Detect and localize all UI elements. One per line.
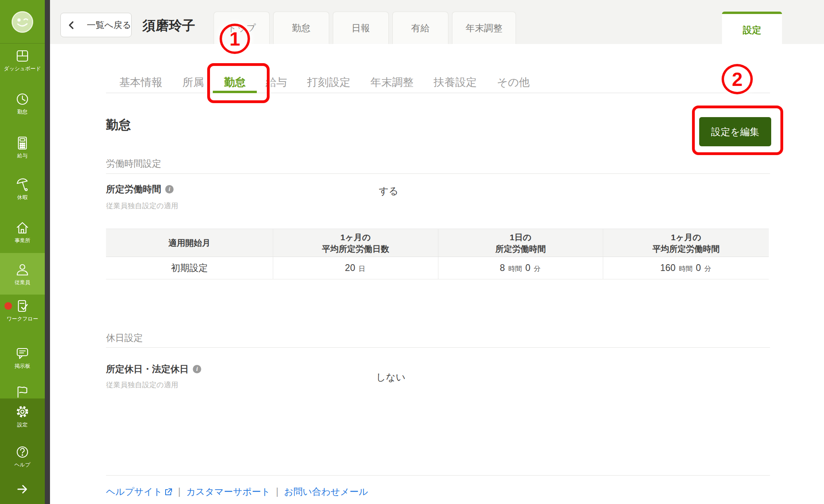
- customer-support-link[interactable]: カスタマーサポート: [186, 486, 270, 498]
- field-label-text: 所定休日・法定休日: [106, 363, 189, 375]
- footer-divider: [106, 475, 770, 476]
- subtab-basic-info[interactable]: 基本情報: [119, 74, 162, 93]
- cell-monthly-days: 20 日: [273, 257, 438, 279]
- field-value-apply: しない: [376, 371, 406, 384]
- col-header-monthly-hours: 1ヶ月の平均所定労働時間: [603, 229, 769, 257]
- tab-label: トップ: [228, 22, 256, 34]
- sidebar-item-label: 給与: [0, 152, 45, 159]
- sidebar-item-settings[interactable]: 設定: [0, 404, 45, 428]
- cell-daily-hours: 8 時間 0 分: [438, 257, 603, 279]
- back-button-label: 一覧へ戻る: [87, 19, 131, 31]
- sidebar-item-employees[interactable]: 従業員: [0, 253, 45, 295]
- field-sublabel: 従業員独自設定の適用: [106, 201, 178, 211]
- sidebar-divider: [0, 43, 45, 44]
- edit-settings-button[interactable]: 設定を編集: [699, 117, 771, 146]
- sidebar-item-label: ヘルプ: [0, 461, 45, 468]
- help-site-link[interactable]: ヘルプサイト: [106, 486, 172, 498]
- link-label: カスタマーサポート: [186, 486, 270, 498]
- work-time-table: 適用開始月 1ヶ月の平均所定労働日数 1日の所定労働時間 1ヶ月の平均所定労働時…: [106, 229, 769, 279]
- tab-year-end[interactable]: 年末調整: [452, 12, 516, 44]
- section-divider: [106, 347, 770, 348]
- sidebar-item-help[interactable]: ヘルプ: [0, 445, 45, 468]
- link-separator: |: [178, 486, 180, 497]
- sidebar-item-label: 休暇: [0, 194, 45, 201]
- subtab-attendance-active[interactable]: 勤怠: [213, 74, 257, 93]
- subtab-payroll[interactable]: 給与: [266, 74, 287, 93]
- sidebar-item-leave[interactable]: 休暇: [0, 177, 45, 201]
- calculator-icon: [15, 136, 30, 150]
- subtab-dependents[interactable]: 扶養設定: [434, 74, 477, 93]
- info-icon[interactable]: i: [165, 185, 174, 193]
- field-sublabel: 従業員独自設定の適用: [106, 380, 178, 390]
- field-label-text: 所定労働時間: [106, 183, 161, 195]
- footer-links: ヘルプサイト | カスタマーサポート | お問い合わせメール: [106, 486, 368, 498]
- employee-name: 須磨玲子: [142, 17, 195, 35]
- sidebar-bottom-panel: 設定 ヘルプ: [0, 398, 45, 504]
- page-title: 勤怠: [106, 117, 131, 133]
- contact-mail-link[interactable]: お問い合わせメール: [284, 486, 368, 498]
- sidebar: ダッシュボード 勤怠 給与 休暇 事業所: [0, 0, 45, 504]
- arrow-right-icon: [16, 482, 29, 496]
- tab-label: 年末調整: [466, 22, 502, 34]
- sidebar-item-flag[interactable]: [0, 384, 45, 399]
- clock-icon: [15, 92, 30, 106]
- sidebar-edge-strip: [45, 0, 50, 504]
- table-row: 初期設定 20 日 8 時間 0 分 160 時間 0 分: [106, 257, 769, 279]
- sidebar-item-dashboard[interactable]: ダッシュボード: [0, 49, 45, 72]
- help-icon: [15, 445, 30, 459]
- link-label: ヘルプサイト: [106, 486, 162, 498]
- tab-daily-report[interactable]: 日報: [333, 12, 389, 44]
- dashboard-icon: [15, 49, 30, 63]
- field-value-apply: する: [379, 185, 398, 197]
- sidebar-item-label: 従業員: [0, 279, 45, 286]
- house-icon: [15, 221, 30, 235]
- section-heading-work-time: 労働時間設定: [106, 157, 161, 170]
- sidebar-item-board[interactable]: 掲示板: [0, 346, 45, 369]
- tab-top[interactable]: トップ: [214, 12, 270, 44]
- back-to-list-button[interactable]: 一覧へ戻る: [60, 13, 132, 37]
- sidebar-item-label: 掲示板: [0, 363, 45, 369]
- sidebar-item-workflow[interactable]: ワークフロー: [0, 299, 45, 322]
- sidebar-item-label: 設定: [0, 421, 45, 428]
- sidebar-item-label: ダッシュボード: [0, 65, 45, 72]
- sidebar-item-attendance[interactable]: 勤怠: [0, 92, 45, 115]
- cell-start-month: 初期設定: [106, 257, 273, 279]
- sidebar-collapse-button[interactable]: [0, 482, 45, 496]
- sidebar-item-office[interactable]: 事業所: [0, 221, 45, 244]
- cell-monthly-hours: 160 時間 0 分: [603, 257, 769, 279]
- smiley-logo-icon: [11, 10, 34, 34]
- beach-umbrella-icon: [15, 177, 30, 192]
- tab-settings-active[interactable]: 設定: [722, 12, 782, 46]
- avatar[interactable]: [0, 10, 45, 34]
- flag-icon: [15, 384, 30, 399]
- section-divider: [106, 173, 770, 174]
- table-header-row: 適用開始月 1ヶ月の平均所定労働日数 1日の所定労働時間 1ヶ月の平均所定労働時…: [106, 229, 769, 257]
- subtab-bar: 基本情報 所属 勤怠 給与 打刻設定 年末調整 扶養設定 その他: [119, 74, 530, 93]
- field-label-prescribed-work-time: 所定労働時間 i: [106, 183, 174, 195]
- tab-label: 日報: [352, 22, 370, 34]
- sidebar-item-label: 勤怠: [0, 108, 45, 115]
- external-link-icon: [164, 488, 172, 496]
- subtab-year-end[interactable]: 年末調整: [370, 74, 414, 93]
- sidebar-item-payroll[interactable]: 給与: [0, 136, 45, 159]
- sidebar-item-label: 事業所: [0, 237, 45, 244]
- col-header-start-month: 適用開始月: [106, 229, 273, 257]
- col-header-daily-hours: 1日の所定労働時間: [438, 229, 603, 257]
- workflow-check-icon: [15, 299, 30, 313]
- tab-attendance[interactable]: 勤怠: [273, 12, 329, 44]
- section-heading-holiday: 休日設定: [106, 332, 143, 344]
- tab-label: 設定: [743, 24, 761, 36]
- gear-icon: [15, 404, 30, 419]
- subtab-others[interactable]: その他: [497, 74, 530, 93]
- sidebar-item-label: ワークフロー: [0, 315, 45, 322]
- field-label-holidays: 所定休日・法定休日 i: [106, 363, 201, 375]
- col-header-monthly-days: 1ヶ月の平均所定労働日数: [273, 229, 438, 257]
- subtab-affiliation[interactable]: 所属: [182, 74, 204, 93]
- tab-label: 有給: [411, 22, 430, 34]
- info-icon[interactable]: i: [193, 365, 201, 373]
- link-label: お問い合わせメール: [284, 486, 368, 498]
- subtab-time-clock[interactable]: 打刻設定: [307, 74, 350, 93]
- notification-badge: [4, 302, 12, 310]
- tab-paid-leave[interactable]: 有給: [392, 12, 448, 44]
- chat-bubble-icon: [15, 346, 30, 361]
